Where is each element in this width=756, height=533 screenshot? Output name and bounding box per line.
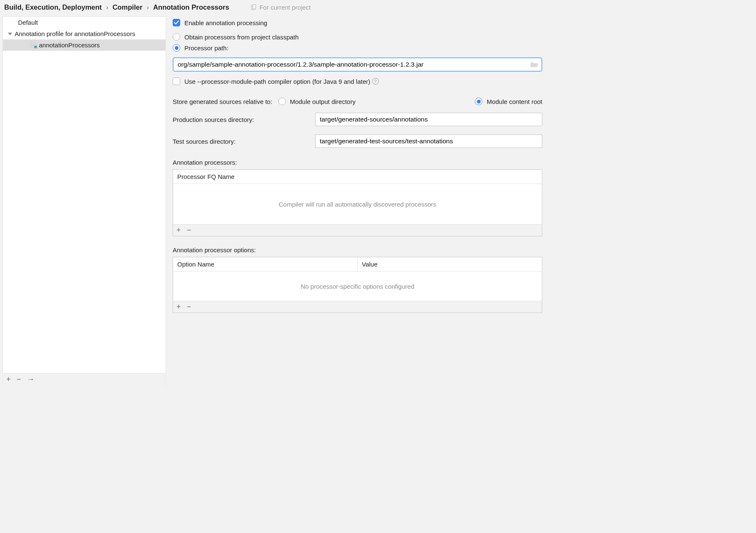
svg-rect-1 <box>252 5 256 9</box>
add-profile-button[interactable]: + <box>6 375 11 384</box>
opt-section-label: Annotation processor options: <box>173 246 542 254</box>
processor-path-radio[interactable] <box>173 44 180 52</box>
profile-tree[interactable]: Default Annotation profile for annotatio… <box>3 17 166 373</box>
profile-item-default[interactable]: Default <box>3 17 166 28</box>
annotation-processors-table: Processor FQ Name Compiler will run all … <box>173 169 542 236</box>
module-output-radio[interactable] <box>278 98 286 105</box>
breadcrumb-part-3[interactable]: Annotation Processors <box>153 3 229 11</box>
store-row: Store generated sources relative to: Mod… <box>173 98 542 105</box>
move-profile-button[interactable]: → <box>27 375 34 384</box>
scope-indicator: For current project <box>250 4 311 11</box>
scope-label: For current project <box>259 4 311 11</box>
processor-path-field-wrap <box>173 57 542 72</box>
store-label: Store generated sources relative to: <box>173 98 272 105</box>
store-option1-label: Module output directory <box>290 98 356 105</box>
tree-label: Annotation profile for annotationProcess… <box>15 30 135 37</box>
add-option-button[interactable]: + <box>176 303 181 311</box>
profile-item-module[interactable]: annotationProcessors <box>3 39 166 51</box>
module-content-root-radio[interactable] <box>475 98 482 105</box>
breadcrumb-part-1[interactable]: Build, Execution, Deployment <box>4 3 102 11</box>
sidebar-toolbar: + − → <box>3 373 166 386</box>
processor-path-input[interactable] <box>177 60 528 69</box>
col-option-name[interactable]: Option Name <box>173 257 358 271</box>
col-processor-fq-name[interactable]: Processor FQ Name <box>173 170 542 184</box>
add-processor-button[interactable]: + <box>176 226 181 235</box>
main-panel: Enable annotation processing Obtain proc… <box>166 16 545 386</box>
profile-item-annotation-profile[interactable]: Annotation profile for annotationProcess… <box>3 28 166 39</box>
breadcrumb-part-2[interactable]: Compiler <box>112 3 142 11</box>
store-option-output[interactable]: Module output directory <box>278 98 356 105</box>
store-option2-label: Module content root <box>487 98 542 105</box>
settings-panel: Build, Execution, Deployment › Compiler … <box>0 0 545 386</box>
use-module-path-checkbox[interactable] <box>173 78 180 85</box>
table-empty-text: Compiler will run all automatically disc… <box>173 184 542 224</box>
profile-sidebar: Default Annotation profile for annotatio… <box>3 16 166 386</box>
table-empty-text: No processor-specific options configured <box>173 272 542 301</box>
module-path-row[interactable]: Use --processor-module-path compiler opt… <box>173 78 542 85</box>
ann-proc-section-label: Annotation processors: <box>173 159 542 166</box>
store-option-content[interactable]: Module content root <box>475 98 542 105</box>
prod-dir-label: Production sources directory: <box>173 116 315 123</box>
col-option-value[interactable]: Value <box>358 257 542 271</box>
help-icon[interactable]: ? <box>372 78 379 85</box>
table-header: Option Name Value <box>173 257 542 272</box>
test-dir-input[interactable] <box>315 135 542 148</box>
processor-path-row[interactable]: Processor path: <box>173 44 542 52</box>
table-header: Processor FQ Name <box>173 170 542 184</box>
processor-options-table: Option Name Value No processor-specific … <box>173 257 542 313</box>
obtain-from-classpath-radio[interactable] <box>173 33 180 41</box>
breadcrumb: Build, Execution, Deployment › Compiler … <box>4 3 229 11</box>
browse-folder-icon[interactable] <box>531 61 538 68</box>
remove-profile-button[interactable]: − <box>17 375 21 384</box>
test-dir-row: Test sources directory: <box>173 135 542 148</box>
breadcrumb-sep: › <box>106 3 109 11</box>
test-dir-label: Test sources directory: <box>173 138 315 145</box>
prod-dir-input[interactable] <box>315 113 542 126</box>
triangle-down-icon <box>8 33 12 35</box>
obtain-row[interactable]: Obtain processors from project classpath <box>173 33 542 41</box>
table-toolbar: + − <box>173 301 542 313</box>
copy-icon <box>250 4 257 11</box>
tree-label: Default <box>18 19 38 26</box>
table-toolbar: + − <box>173 224 542 236</box>
breadcrumb-row: Build, Execution, Deployment › Compiler … <box>0 0 545 16</box>
prod-dir-row: Production sources directory: <box>173 113 542 126</box>
remove-processor-button[interactable]: − <box>187 226 192 235</box>
module-folder-icon <box>30 42 36 48</box>
enable-annotation-checkbox[interactable] <box>173 19 180 26</box>
body: Default Annotation profile for annotatio… <box>0 16 545 386</box>
enable-row[interactable]: Enable annotation processing <box>173 19 542 26</box>
breadcrumb-sep: › <box>147 3 149 11</box>
tree-label: annotationProcessors <box>39 41 100 49</box>
remove-option-button[interactable]: − <box>187 303 192 311</box>
enable-label: Enable annotation processing <box>184 19 267 26</box>
module-path-label: Use --processor-module-path compiler opt… <box>184 78 370 85</box>
obtain-label: Obtain processors from project classpath <box>184 34 299 41</box>
processor-path-label: Processor path: <box>184 44 228 52</box>
